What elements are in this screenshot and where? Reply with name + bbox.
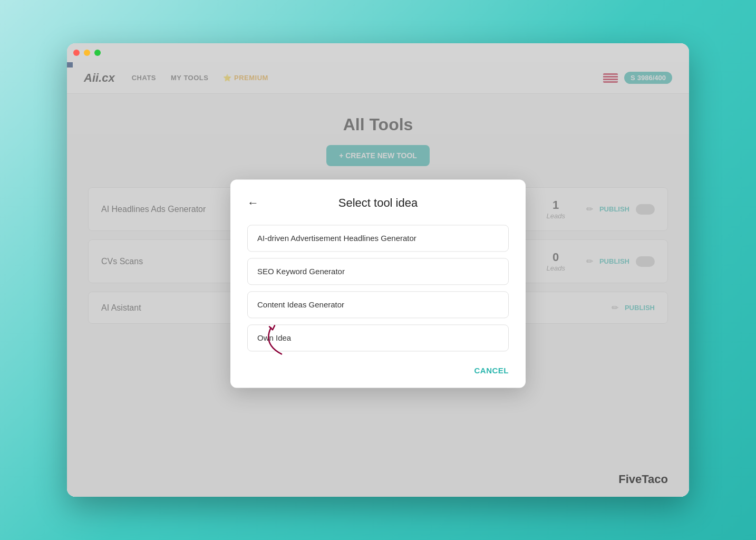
modal-footer: CANCEL — [247, 366, 509, 375]
option-content-ideas[interactable]: Content Ideas Generator — [247, 291, 509, 318]
modal-title: Select tool idea — [247, 196, 509, 210]
minimize-dot[interactable] — [84, 50, 90, 56]
browser-window: Aii.cx CHATS MY TOOLS ⭐ PREMIUM S 3986/4… — [67, 43, 689, 497]
cancel-button[interactable]: CANCEL — [474, 366, 509, 375]
page-content: Aii.cx CHATS MY TOOLS ⭐ PREMIUM S 3986/4… — [67, 62, 689, 497]
close-dot[interactable] — [73, 50, 80, 56]
select-tool-modal: ← Select tool idea AI-driven Advertiseme… — [230, 179, 526, 388]
maximize-dot[interactable] — [94, 50, 101, 56]
annotation-arrow — [253, 322, 295, 359]
option-ai-headlines[interactable]: AI-driven Advertisement Headlines Genera… — [247, 225, 509, 252]
option-seo-keyword[interactable]: SEO Keyword Generator — [247, 258, 509, 285]
browser-chrome — [67, 43, 689, 62]
modal-header: ← Select tool idea — [247, 196, 509, 210]
back-button[interactable]: ← — [247, 196, 259, 210]
